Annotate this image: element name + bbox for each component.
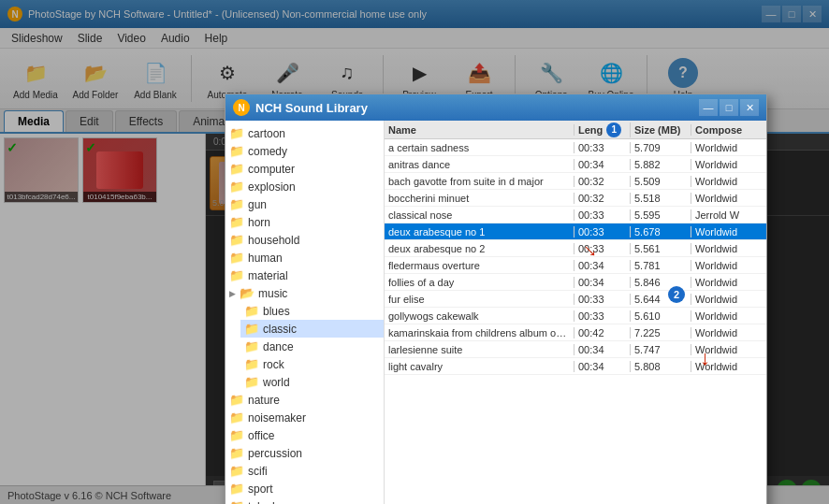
modal-title-text: NCH Sound Library: [255, 101, 699, 115]
file-comp: Worldwid: [691, 310, 766, 322]
tree-label-cartoon: cartoon: [248, 127, 285, 140]
tree-item-cartoon[interactable]: 📁 cartoon: [225, 124, 384, 142]
folder-icon: 📁: [244, 322, 259, 336]
file-name: follies of a day: [385, 277, 574, 288]
folder-icon: 📁: [244, 339, 259, 353]
file-comp: Worldwid: [691, 176, 766, 187]
tree-item-scifi[interactable]: 📁 scifi: [225, 462, 384, 480]
file-len: 00:34: [574, 344, 631, 355]
tree-label-world: world: [263, 376, 290, 389]
file-list[interactable]: a certain sadness 00:33 5.709 Worldwid a…: [385, 139, 766, 504]
tree-label-music: music: [258, 287, 287, 300]
folder-icon: 📁: [229, 482, 244, 496]
file-row[interactable]: a certain sadness 00:33 5.709 Worldwid: [385, 139, 766, 156]
file-row[interactable]: fur elise 00:33 5.644 Worldwid: [385, 291, 766, 308]
tree-item-telephone[interactable]: 📁 telephone: [225, 497, 384, 504]
col-header-len: Leng 1: [574, 122, 631, 137]
file-row-selected[interactable]: deux arabesque no 1 00:33 5.678 Worldwid: [385, 223, 766, 240]
file-size: 5.595: [631, 209, 691, 221]
tree-item-noisemaker[interactable]: 📁 noisemaker: [225, 409, 384, 426]
folder-icon: 📁: [229, 126, 244, 140]
tree-item-world[interactable]: 📁 world: [240, 373, 384, 391]
folder-icon: 📁: [229, 180, 244, 194]
tree-item-dance[interactable]: 📁 dance: [240, 338, 384, 355]
file-row[interactable]: anitras dance 00:34 5.882 Worldwid: [385, 156, 766, 173]
file-size: 5.509: [631, 176, 691, 187]
tree-item-blues[interactable]: 📁 blues: [240, 302, 384, 320]
file-len: 00:33: [574, 142, 631, 153]
file-size: 5.610: [631, 310, 691, 322]
tree-item-explosion[interactable]: 📁 explosion: [225, 178, 384, 195]
file-name: light cavalry: [385, 361, 574, 372]
modal-maximize-button[interactable]: □: [720, 99, 738, 116]
file-name: bach gavotte from suite in d major: [385, 176, 574, 187]
tree-label-computer: computer: [248, 163, 295, 176]
folder-icon: 📁: [229, 464, 244, 478]
file-name: deux arabesque no 1: [385, 226, 574, 238]
tree-item-computer[interactable]: 📁 computer: [225, 160, 384, 178]
file-name: anitras dance: [385, 159, 574, 170]
tree-item-material[interactable]: 📁 material: [225, 266, 384, 284]
folder-icon: 📁: [229, 197, 244, 211]
file-comp: Worldwid: [691, 294, 766, 305]
tree-label-rock: rock: [263, 358, 284, 371]
modal-icon: N: [233, 99, 250, 116]
folder-icon: 📁: [229, 499, 244, 504]
file-comp: Worldwid: [691, 277, 766, 288]
file-comp: Worldwid: [691, 193, 766, 204]
file-name: deux arabesque no 2: [385, 243, 574, 254]
tree-label-nature: nature: [248, 394, 280, 407]
file-name: boccherini minuet: [385, 193, 574, 204]
tree-label-comedy: comedy: [248, 145, 287, 158]
tree-item-gun[interactable]: 📁 gun: [225, 195, 384, 213]
file-size: 5.518: [631, 193, 691, 204]
arrow-indicator-2: ↓: [700, 346, 710, 370]
file-row[interactable]: classical nose 00:33 5.595 Jerrold W: [385, 207, 766, 223]
file-name: a certain sadness: [385, 142, 574, 153]
tree-item-rock[interactable]: 📁 rock: [240, 355, 384, 373]
tree-item-office[interactable]: 📁 office: [225, 426, 384, 444]
tree-label-human: human: [248, 252, 283, 265]
tree-item-household[interactable]: 📁 household: [225, 231, 384, 249]
folder-icon: 📁: [244, 357, 259, 371]
file-name: gollywogs cakewalk: [385, 310, 574, 322]
tree-label-percussion: percussion: [248, 447, 302, 460]
tree-item-sport[interactable]: 📁 sport: [225, 480, 384, 497]
file-list-header: Name Leng 1 Size (MB) Compose: [385, 121, 766, 139]
file-len: 00:33: [574, 294, 631, 305]
tree-label-noisemaker: noisemaker: [248, 411, 306, 425]
file-size: 5.561: [631, 243, 691, 254]
file-len: 00:33: [574, 209, 631, 221]
file-size: 5.747: [631, 344, 691, 355]
file-len: 00:34: [574, 361, 631, 372]
tree-item-horn[interactable]: 📁 horn: [225, 213, 384, 231]
file-row[interactable]: deux arabesque no 2 00:33 5.561 Worldwid: [385, 240, 766, 257]
folder-icon: 📁: [244, 304, 259, 318]
file-name: fledermaus overture: [385, 260, 574, 271]
tree-item-percussion[interactable]: 📁 percussion: [225, 444, 384, 462]
file-row[interactable]: follies of a day 00:34 5.846 Worldwid: [385, 274, 766, 291]
tree-item-human[interactable]: 📁 human: [225, 249, 384, 266]
file-len: 00:34: [574, 277, 631, 288]
file-row[interactable]: kamarinskaia from childrens album op 39 …: [385, 324, 766, 341]
file-len: 00:32: [574, 176, 631, 187]
file-row[interactable]: boccherini minuet 00:32 5.518 Worldwid: [385, 190, 766, 207]
tree-item-music[interactable]: ▶ 📂 music: [225, 284, 384, 302]
tree-item-classic[interactable]: 📁 classic: [240, 320, 384, 338]
col-header-size: Size (MB): [631, 124, 691, 136]
tree-item-comedy[interactable]: 📁 comedy: [225, 142, 384, 160]
folder-icon: 📁: [229, 251, 244, 265]
tree-item-nature[interactable]: 📁 nature: [225, 391, 384, 409]
tree-children-music: 📁 blues 📁 classic 📁 dance 📁 rock 📁: [225, 302, 384, 391]
modal-window-controls: — □ ✕: [699, 99, 759, 116]
file-row[interactable]: bach gavotte from suite in d major 00:32…: [385, 173, 766, 190]
tree-label-telephone: telephone: [248, 500, 298, 505]
tree-label-dance: dance: [263, 340, 294, 353]
file-row[interactable]: gollywogs cakewalk 00:33 5.610 Worldwid: [385, 308, 766, 324]
file-len: 00:42: [574, 327, 631, 338]
file-row[interactable]: fledermaus overture 00:34 5.781 Worldwid: [385, 257, 766, 274]
folder-icon: 📁: [229, 446, 244, 460]
modal-minimize-button[interactable]: —: [699, 99, 718, 116]
file-name: kamarinskaia from childrens album op 39: [385, 327, 574, 338]
modal-close-button[interactable]: ✕: [740, 99, 759, 116]
